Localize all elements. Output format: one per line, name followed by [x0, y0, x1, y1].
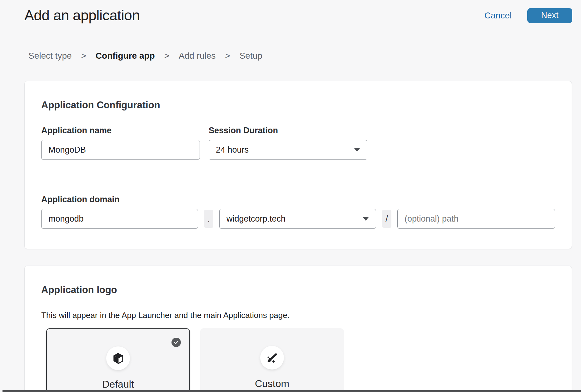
logo-option-label: Default [102, 379, 134, 390]
application-logo-card: Application logo This will appear in the… [24, 266, 572, 392]
breadcrumb-setup[interactable]: Setup [240, 51, 262, 61]
name-duration-row: Application name Session Duration 24 hou… [41, 126, 555, 160]
selected-check-badge [171, 338, 181, 347]
breadcrumb-separator: > [81, 51, 86, 61]
breadcrumb-separator: > [225, 51, 230, 61]
breadcrumb-configure-app[interactable]: Configure app [96, 51, 155, 61]
application-name-input[interactable] [41, 140, 200, 160]
slash-separator: / [382, 210, 391, 228]
page-header: Add an application Cancel Next [0, 0, 581, 24]
application-domain-section: Application domain . widgetcorp.tech / [41, 195, 555, 229]
session-duration-select[interactable]: 24 hours [209, 140, 367, 160]
header-actions: Cancel Next [483, 8, 572, 23]
page-title: Add an application [24, 7, 140, 24]
default-logo-circle [106, 346, 130, 370]
horizontal-scrollbar[interactable] [2, 390, 581, 392]
session-duration-label: Session Duration [209, 126, 367, 135]
application-configuration-heading: Application Configuration [41, 99, 555, 111]
paintbrush-icon [265, 351, 279, 365]
application-configuration-card: Application Configuration Application na… [24, 81, 572, 249]
application-logo-heading: Application logo [41, 284, 555, 296]
domain-select-value: widgetcorp.tech [226, 214, 286, 224]
session-duration-value: 24 hours [216, 145, 249, 155]
logo-option-label: Custom [255, 378, 289, 390]
breadcrumb-select-type[interactable]: Select type [28, 51, 72, 61]
breadcrumb-separator: > [164, 51, 169, 61]
logo-option-default[interactable]: Default [46, 328, 190, 392]
custom-logo-circle [260, 346, 284, 370]
application-name-field-group: Application name [41, 126, 200, 160]
logo-options: Default Custom [46, 328, 555, 392]
application-domain-label: Application domain [41, 195, 555, 204]
application-name-label: Application name [41, 126, 200, 135]
domain-select[interactable]: widgetcorp.tech [219, 209, 376, 229]
application-logo-description: This will appear in the App Launcher and… [41, 310, 555, 321]
cube-icon [111, 351, 125, 365]
check-icon [173, 340, 179, 345]
path-input[interactable] [397, 209, 555, 229]
breadcrumb-add-rules[interactable]: Add rules [179, 51, 216, 61]
logo-option-custom[interactable]: Custom [200, 328, 344, 392]
session-duration-field-group: Session Duration 24 hours [209, 126, 367, 160]
chevron-down-icon [354, 148, 360, 152]
cancel-button[interactable]: Cancel [483, 10, 514, 21]
dot-separator: . [204, 210, 213, 228]
subdomain-input[interactable] [41, 209, 198, 229]
breadcrumb: Select type > Configure app > Add rules … [28, 51, 581, 61]
chevron-down-icon [363, 217, 369, 221]
next-button[interactable]: Next [527, 8, 572, 23]
application-domain-row: . widgetcorp.tech / [41, 204, 555, 229]
